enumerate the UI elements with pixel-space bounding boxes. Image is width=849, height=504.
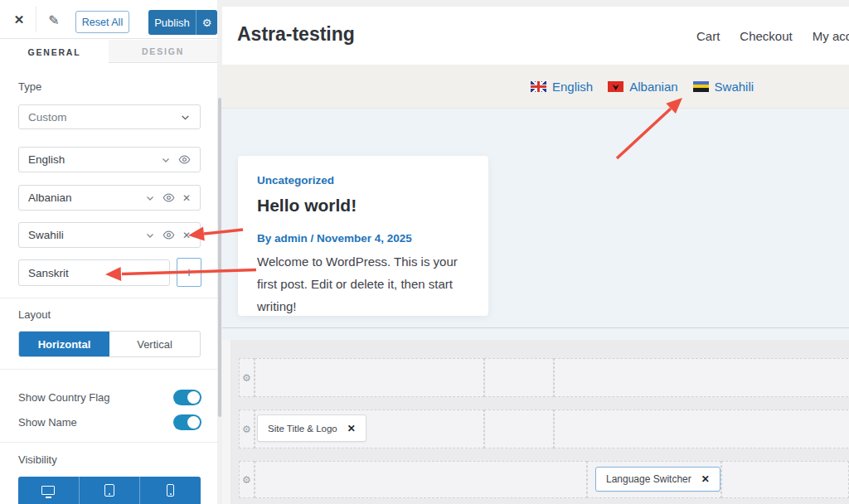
- reset-all-button[interactable]: Reset All: [75, 11, 129, 33]
- panel-scrollbar-thumb[interactable]: [218, 98, 221, 417]
- switcher-item-swahili[interactable]: Swahili: [693, 80, 754, 94]
- visibility-mobile-button[interactable]: [139, 477, 201, 504]
- eye-icon[interactable]: [163, 191, 175, 204]
- visibility-desktop-button[interactable]: [18, 477, 79, 504]
- builder-left-gutter: [222, 340, 230, 504]
- swahili-flag-icon: [693, 81, 709, 92]
- builder-row1-zone-center[interactable]: [484, 358, 554, 397]
- builder-row3-gear-icon[interactable]: ⚙: [239, 461, 255, 498]
- show-name-toggle[interactable]: [173, 414, 201, 430]
- layout-option-horizontal[interactable]: Horizontal: [19, 332, 109, 356]
- type-select[interactable]: Custom: [18, 104, 201, 129]
- visibility-label: Visibility: [18, 453, 57, 466]
- language-switcher-chip[interactable]: Language Switcher ✕: [595, 467, 720, 492]
- toolbar-divider: [36, 7, 36, 32]
- header-builder-area: ⚙ ⚙ Site Title & Logo ✕ ⚙ Language Switc…: [222, 340, 849, 504]
- remove-language-icon[interactable]: ✕: [182, 230, 191, 240]
- language-name: Swahili: [28, 229, 64, 241]
- remove-chip-icon[interactable]: ✕: [347, 424, 356, 434]
- new-language-input[interactable]: [18, 259, 170, 286]
- language-name: English: [28, 153, 65, 166]
- content-bottom-divider: [222, 327, 849, 328]
- panel-tabs: GENERAL DESIGN: [0, 40, 217, 63]
- publish-button[interactable]: Publish ⚙: [148, 10, 217, 35]
- chevron-down-icon[interactable]: [145, 230, 155, 240]
- add-language-button[interactable]: +: [177, 258, 201, 287]
- show-name-label: Show Name: [18, 416, 77, 429]
- visibility-tablet-button[interactable]: [79, 477, 140, 504]
- site-header: Astra-testing Cart Checkout My acc: [222, 7, 849, 65]
- customizer-toolbar: ✕ ✎ Reset All Publish ⚙: [0, 0, 217, 39]
- customizer-panel: ✕ ✎ Reset All Publish ⚙ GENERAL DESIGN T…: [0, 0, 217, 504]
- uk-flag-icon: [531, 81, 546, 92]
- site-nav: Cart Checkout My acc: [696, 29, 849, 43]
- mobile-icon: [167, 484, 174, 497]
- builder-row1-zone-right[interactable]: [554, 358, 849, 397]
- language-row-english[interactable]: English: [18, 147, 201, 172]
- layout-label: Layout: [18, 308, 51, 321]
- post-meta[interactable]: By admin / November 4, 2025: [257, 232, 412, 245]
- tablet-icon: [104, 484, 114, 497]
- tab-design[interactable]: DESIGN: [109, 40, 217, 63]
- type-select-value: Custom: [28, 111, 67, 124]
- chip-label: Site Title & Logo: [268, 424, 337, 434]
- site-title[interactable]: Astra-testing: [237, 23, 355, 46]
- show-country-flag-toggle[interactable]: [173, 390, 201, 405]
- layout-option-vertical[interactable]: Vertical: [109, 332, 200, 356]
- section-divider: [0, 298, 217, 298]
- switcher-label: Swahili: [715, 80, 754, 94]
- albania-flag-icon: [608, 81, 623, 92]
- builder-row1-gear-icon[interactable]: ⚙: [239, 358, 255, 397]
- post-category-link[interactable]: Uncategorized: [257, 174, 334, 187]
- close-icon[interactable]: ✕: [8, 10, 30, 30]
- switcher-label: English: [552, 80, 593, 94]
- preview-top-strip: [222, 0, 849, 7]
- show-country-flag-label: Show Country Flag: [18, 391, 110, 404]
- publish-settings-gear-icon[interactable]: ⚙: [196, 10, 217, 35]
- tab-general[interactable]: GENERAL: [0, 40, 109, 64]
- language-switcher-bar: English Albanian Swahili: [222, 65, 849, 109]
- section-divider: [0, 442, 217, 443]
- language-switcher: English Albanian Swahili: [531, 65, 754, 109]
- language-row-albanian[interactable]: Albanian ✕: [18, 185, 201, 211]
- remove-chip-icon[interactable]: ✕: [701, 474, 710, 484]
- type-label: Type: [18, 80, 41, 93]
- nav-item-cart[interactable]: Cart: [696, 29, 720, 43]
- language-name: Albanian: [28, 191, 72, 204]
- language-row-swahili[interactable]: Swahili ✕: [18, 222, 201, 248]
- builder-row1-zone-left[interactable]: [255, 358, 484, 397]
- publish-button-label: Publish: [148, 17, 196, 29]
- switcher-label: Albanian: [629, 80, 677, 94]
- eye-icon[interactable]: [178, 153, 191, 166]
- site-title-logo-chip[interactable]: Site Title & Logo ✕: [257, 414, 366, 442]
- eye-icon[interactable]: [163, 229, 175, 241]
- chevron-down-icon[interactable]: [145, 193, 155, 203]
- post-excerpt: Welcome to WordPress. This is your first…: [257, 250, 479, 317]
- post-card: Uncategorized Hello world! By admin / No…: [238, 156, 488, 316]
- nav-item-my-account[interactable]: My acc: [813, 29, 849, 43]
- chevron-down-icon[interactable]: [161, 155, 171, 165]
- nav-item-checkout[interactable]: Checkout: [740, 29, 792, 43]
- switcher-item-albanian[interactable]: Albanian: [608, 80, 677, 94]
- builder-row3-zone-left[interactable]: [255, 461, 587, 498]
- builder-row3-zone-right[interactable]: [721, 461, 849, 498]
- remove-language-icon[interactable]: ✕: [182, 193, 191, 203]
- pencil-icon[interactable]: ✎: [43, 9, 65, 31]
- switcher-item-english[interactable]: English: [531, 80, 593, 94]
- builder-row2-gear-icon[interactable]: ⚙: [239, 410, 255, 448]
- site-preview: Astra-testing Cart Checkout My acc Engli…: [222, 0, 849, 504]
- section-divider: [0, 369, 217, 370]
- visibility-device-bar: [18, 477, 201, 504]
- chip-label: Language Switcher: [606, 473, 691, 485]
- builder-row2-zone-right[interactable]: [554, 410, 849, 448]
- post-title[interactable]: Hello world!: [257, 196, 357, 216]
- builder-row2-zone-center[interactable]: [484, 410, 554, 448]
- desktop-icon: [41, 486, 55, 495]
- chevron-down-icon: [180, 112, 191, 123]
- layout-segmented-control: Horizontal Vertical: [18, 331, 201, 357]
